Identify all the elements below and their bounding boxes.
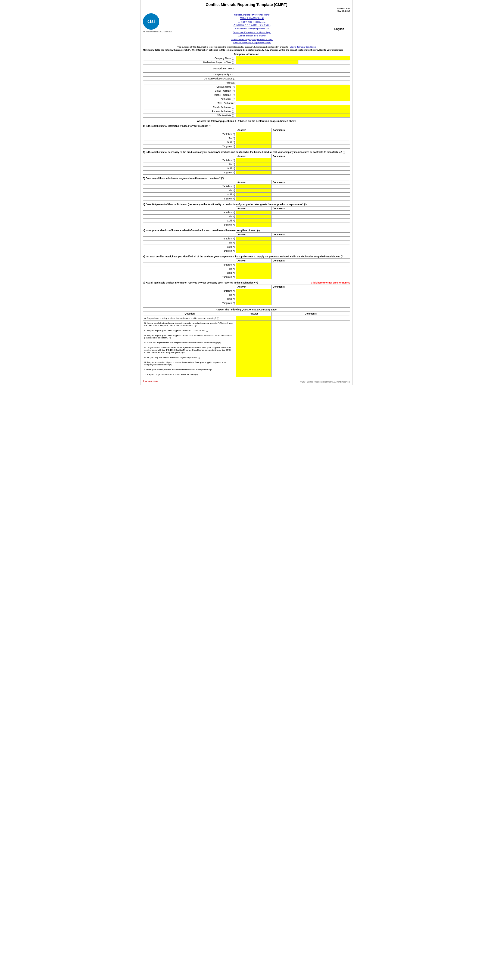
description-scope-input[interactable] [236, 64, 350, 73]
company-name-input[interactable] [236, 56, 350, 60]
q1-gold-answer[interactable] [236, 140, 271, 145]
company-q-b-comment[interactable] [271, 321, 350, 328]
company-q-e-comment[interactable] [271, 340, 350, 345]
company-q-g-comment[interactable] [271, 355, 350, 360]
q5-tungsten-comment[interactable] [271, 249, 350, 253]
q5-gold-comment[interactable] [271, 245, 350, 249]
q6-tin-comment[interactable] [271, 267, 350, 271]
q3-tin-comment[interactable] [271, 189, 350, 192]
q2-tin-comment[interactable] [271, 162, 350, 167]
q2-tungsten-comment[interactable] [271, 170, 350, 175]
q4-gold-answer[interactable] [236, 219, 271, 223]
q3-tungsten-answer[interactable] [236, 197, 271, 201]
company-q-g-answer[interactable] [236, 355, 271, 360]
declaration-scope-input[interactable] [236, 60, 298, 64]
company-q-j-comment[interactable] [271, 372, 350, 377]
q3-tantalum-comment[interactable] [271, 185, 350, 189]
q2-tantalum-comment[interactable] [271, 158, 350, 162]
q6-tungsten-comment[interactable] [271, 275, 350, 279]
q6-tungsten-answer[interactable] [236, 275, 271, 279]
smelter-note[interactable]: Click here to enter smelter names [311, 281, 350, 284]
q1-tungsten-comment[interactable] [271, 145, 350, 148]
q7-tungsten-comment[interactable] [271, 301, 350, 305]
q2-gold-comment[interactable] [271, 167, 350, 170]
q7-tantalum-comment[interactable] [271, 289, 350, 293]
lang-japanese[interactable]: 表示言語をここから選択してください [176, 24, 328, 27]
q7-tin-comment[interactable] [271, 293, 350, 297]
company-q-d-answer[interactable] [236, 333, 271, 340]
q6-gold-answer[interactable] [236, 271, 271, 275]
q3-tantalum-answer[interactable] [236, 185, 271, 189]
lang-portuguese[interactable]: Seleccione Preferência de idioma Aqui: [176, 31, 328, 34]
title-authorizer-input[interactable] [236, 101, 350, 105]
email-authorizer-input[interactable] [236, 105, 350, 109]
email-contact-input[interactable] [236, 89, 350, 93]
q7-gold-comment[interactable] [271, 297, 350, 301]
q1-tin-comment[interactable] [271, 136, 350, 140]
q1-tin-answer[interactable] [236, 136, 271, 140]
effective-date-input[interactable] [236, 113, 350, 118]
q5-tantalum-answer[interactable] [236, 237, 271, 241]
company-unique-id-authority-input[interactable] [236, 77, 350, 81]
company-unique-id-input[interactable] [236, 73, 350, 77]
phone-authorizer-input[interactable] [236, 109, 350, 113]
q1-gold-comment[interactable] [271, 140, 350, 145]
address-input[interactable] [236, 81, 350, 85]
terms-link[interactable]: Link to Terms & Conditions [290, 46, 316, 48]
q1-tungsten-answer[interactable] [236, 145, 271, 148]
company-q-j-answer[interactable] [236, 372, 271, 377]
company-q-c-answer[interactable] [236, 328, 271, 333]
company-q-a-answer[interactable] [236, 316, 271, 321]
q4-tungsten-answer[interactable] [236, 223, 271, 227]
company-q-h-comment[interactable] [271, 360, 350, 367]
q7-tantalum-answer[interactable] [236, 289, 271, 293]
lang-german[interactable]: Wählen sie hier die Sprache: [176, 34, 328, 38]
q3-tin-answer[interactable] [236, 189, 271, 192]
lang-spanish[interactable]: Seleccione el lenguaje de preferencia aq… [176, 38, 328, 41]
q4-tantalum-answer[interactable] [236, 211, 271, 215]
company-q-f-comment[interactable] [271, 345, 350, 355]
company-q-c-comment[interactable] [271, 328, 350, 333]
q4-tin-answer[interactable] [236, 215, 271, 219]
q6-tin-answer[interactable] [236, 267, 271, 271]
q7-tungsten-answer[interactable] [236, 301, 271, 305]
q7-gold-answer[interactable] [236, 297, 271, 301]
company-q-d-comment[interactable] [271, 333, 350, 340]
lang-chinese-trad[interactable]: 繁體中文版本請點擊此處 [176, 17, 328, 21]
q5-tungsten-answer[interactable] [236, 249, 271, 253]
lang-italian[interactable]: Selezionare la lingua di preferenza qui: [176, 41, 328, 45]
q3-gold-answer[interactable] [236, 192, 271, 197]
company-q-h-answer[interactable] [236, 360, 271, 367]
q6-gold-comment[interactable] [271, 271, 350, 275]
q5-tin-comment[interactable] [271, 241, 350, 245]
q1-tantalum-answer[interactable] [236, 132, 271, 136]
q1-tantalum-comment[interactable] [271, 132, 350, 136]
q2-tungsten-answer[interactable] [236, 170, 271, 175]
company-q-i-comment[interactable] [271, 367, 350, 372]
company-q-f-answer[interactable] [236, 345, 271, 355]
select-language-label[interactable]: Select Language Preference Here: [176, 13, 328, 17]
q7-tin-answer[interactable] [236, 293, 271, 297]
q2-tin-answer[interactable] [236, 162, 271, 167]
q4-tin-comment[interactable] [271, 215, 350, 219]
q3-tungsten-comment[interactable] [271, 197, 350, 201]
q4-tungsten-comment[interactable] [271, 223, 350, 227]
company-q-i-answer[interactable] [236, 367, 271, 372]
contact-name-input[interactable] [236, 85, 350, 89]
q6-tantalum-comment[interactable] [271, 263, 350, 267]
q2-gold-answer[interactable] [236, 167, 271, 170]
company-q-e-answer[interactable] [236, 340, 271, 345]
lang-korean[interactable]: 사용할 언어를 선택하십시오 [176, 21, 328, 24]
q5-tin-answer[interactable] [236, 241, 271, 245]
q5-gold-answer[interactable] [236, 245, 271, 249]
company-q-a-comment[interactable] [271, 316, 350, 321]
authorizer-input[interactable] [236, 97, 350, 101]
lang-french[interactable]: Sélectionner la langue préférée ici: [176, 27, 328, 31]
q2-tantalum-answer[interactable] [236, 158, 271, 162]
q4-gold-comment[interactable] [271, 219, 350, 223]
q4-tantalum-comment[interactable] [271, 211, 350, 215]
q6-tantalum-answer[interactable] [236, 263, 271, 267]
q3-gold-comment[interactable] [271, 192, 350, 197]
company-q-b-answer[interactable] [236, 321, 271, 328]
q5-tantalum-comment[interactable] [271, 237, 350, 241]
